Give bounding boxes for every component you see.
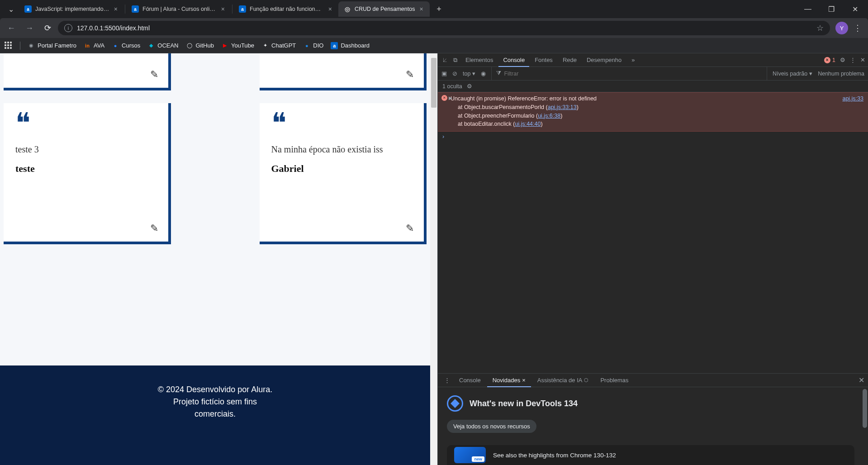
drawer-scrollbar[interactable] [862, 387, 868, 465]
bookmark-label: AVA [94, 42, 104, 49]
filter-input[interactable] [504, 71, 762, 77]
console-filter[interactable]: ⧩ [491, 67, 767, 80]
close-window-icon[interactable]: ✕ [848, 5, 862, 14]
edit-icon[interactable]: ✎ [150, 223, 158, 234]
console-prompt[interactable]: › [438, 132, 868, 142]
close-tab-icon[interactable]: × [327, 5, 333, 13]
inspect-icon[interactable]: ⟀ [441, 57, 450, 63]
profile-avatar[interactable]: Y [835, 22, 848, 34]
bookmark-chatgpt[interactable]: ✦ChatGPT [261, 42, 296, 49]
reload-button[interactable]: ⟳ [40, 20, 55, 36]
tab-3[interactable]: aFunção editar não funciona | Ja× [233, 1, 338, 17]
devtools-tab-sources[interactable]: Fontes [530, 53, 557, 66]
minimize-icon[interactable]: ― [801, 5, 815, 14]
new-tab-button[interactable]: + [432, 2, 446, 16]
devtools-tab-elements[interactable]: Elementos [461, 53, 498, 66]
maximize-icon[interactable]: ❐ [825, 5, 838, 14]
edit-icon[interactable]: ✎ [150, 69, 158, 81]
whatsnew-title: What's new in DevTools 134 [470, 399, 578, 408]
devtools-tab-performance[interactable]: Desempenho [582, 53, 626, 66]
error-count: 1 [832, 57, 835, 63]
drawer-tab-console[interactable]: Console [454, 374, 486, 387]
bookmark-dio[interactable]: ●DIO [303, 42, 323, 49]
site-info-icon[interactable]: i [64, 24, 72, 32]
console-output: × ▶ api.js:33 Uncaught (in promise) Refe… [438, 92, 868, 373]
expand-arrow-icon[interactable]: ▶ [449, 95, 452, 101]
drawer-tab-problems[interactable]: Problemas [595, 374, 634, 387]
tab-2[interactable]: aFórum | Alura - Cursos online d× [126, 1, 231, 17]
console-error-entry[interactable]: × ▶ api.js:33 Uncaught (in promise) Refe… [438, 92, 868, 132]
error-message: Uncaught (in promise) ReferenceError: er… [451, 95, 597, 102]
scroll-thumb[interactable] [431, 58, 436, 108]
close-drawer-tab-icon[interactable]: × [522, 377, 526, 384]
scroll-thumb[interactable] [863, 389, 867, 428]
tab-title: CRUD de Pensamentos [355, 6, 415, 12]
highlight-card[interactable]: new See also the highlights from Chrome … [447, 445, 854, 465]
clear-console-icon[interactable]: ⊘ [452, 70, 457, 77]
tab-title: Fórum | Alura - Cursos online d [142, 6, 217, 12]
apps-icon[interactable] [5, 42, 13, 50]
drawer-menu-icon[interactable]: ⋮ [441, 377, 453, 384]
card-author: Gabriel [271, 163, 413, 175]
console-settings-icon[interactable]: ⚙ [467, 83, 472, 90]
browser-menu-icon[interactable]: ⋮ [851, 23, 864, 33]
context-selector[interactable]: top▾ [463, 70, 475, 77]
devtools-tabs-overflow-icon[interactable]: » [627, 53, 639, 66]
stack-text: at Object.buscarPensamentoPorId ( [458, 104, 548, 110]
bookmark-cursos[interactable]: ●Cursos [112, 42, 140, 49]
drawer-close-icon[interactable]: ✕ [859, 376, 864, 384]
error-badge[interactable]: ×1 [824, 57, 835, 63]
stack-link[interactable]: ui.js:6:38 [538, 113, 560, 119]
thought-card: ❝ teste 2 teste ✎ [260, 53, 427, 90]
edit-icon[interactable]: ✎ [406, 223, 414, 234]
error-source-link[interactable]: api.js:33 [842, 95, 863, 103]
address-bar: ← → ⟳ i 127.0.0.1:5500/index.html ☆ Y ⋮ [0, 18, 868, 38]
stack-link[interactable]: api.js:33:13 [548, 104, 577, 110]
thought-card: ❝ teste teste ✎ [4, 53, 171, 90]
bookmark-portal-fametro[interactable]: ◉Portal Fametro [28, 42, 76, 49]
bookmark-star-icon[interactable]: ☆ [816, 23, 824, 33]
bookmark-github[interactable]: ◯GitHub [186, 42, 214, 49]
back-button[interactable]: ← [4, 20, 19, 36]
console-subbar: 1 oculta ⚙ [438, 81, 868, 92]
favicon: a [239, 5, 246, 13]
devtools-tab-console[interactable]: Console [498, 54, 529, 67]
close-tab-icon[interactable]: × [418, 5, 424, 13]
close-tab-icon[interactable]: × [220, 5, 226, 13]
stack-text: at Object.preencherFormulario ( [458, 113, 538, 119]
edit-icon[interactable]: ✎ [406, 69, 414, 81]
stack-link[interactable]: ui.js:44:40 [515, 121, 541, 127]
log-levels-selector[interactable]: Níveis padrão▾ [773, 70, 812, 77]
page-scrollbar[interactable] [430, 53, 437, 465]
tab-search-dropdown[interactable]: ⌄ [5, 3, 17, 15]
card-content: teste 3 [15, 144, 157, 155]
device-toolbar-icon[interactable]: ⧉ [451, 57, 460, 64]
devtools-close-icon[interactable]: ✕ [860, 57, 865, 63]
bookmark-label: ChatGPT [271, 42, 296, 49]
bookmark-ava[interactable]: inAVA [84, 42, 104, 49]
see-all-chip[interactable]: Veja todos os novos recursos [447, 420, 536, 433]
tab-title: JavaScript: implementando CRU [35, 6, 109, 12]
no-issues-label: Nenhum problema [818, 71, 864, 77]
bookmark-dashboard[interactable]: aDashboard [331, 42, 370, 49]
url-input[interactable]: i 127.0.0.1:5500/index.html ☆ [58, 21, 830, 35]
bookmark-label: DIO [313, 42, 323, 49]
drawer-tab-ai-assist[interactable]: Assistência de IA⬡ [532, 374, 594, 387]
stack-text: at botaoEditar.onclick ( [458, 121, 515, 127]
settings-gear-icon[interactable]: ⚙ [840, 57, 845, 63]
bookmark-label: YouTube [231, 42, 254, 49]
forward-button[interactable]: → [22, 20, 37, 36]
highlight-text: See also the highlights from Chrome 130-… [493, 452, 616, 459]
tab-separator [232, 5, 232, 14]
drawer-tab-whatsnew[interactable]: Novidades× [487, 374, 531, 387]
devtools-menu-icon[interactable]: ⋮ [850, 57, 856, 63]
bookmark-ocean[interactable]: ◆OCEAN [147, 42, 178, 49]
live-expression-icon[interactable]: ◉ [481, 70, 486, 77]
tab-1[interactable]: aJavaScript: implementando CRU× [19, 1, 124, 17]
close-tab-icon[interactable]: × [113, 5, 119, 13]
browser-titlebar: ⌄ aJavaScript: implementando CRU× aFórum… [0, 0, 868, 18]
bookmark-youtube[interactable]: ▶YouTube [221, 42, 254, 49]
sidebar-toggle-icon[interactable]: ▣ [441, 70, 447, 77]
devtools-tab-network[interactable]: Rede [558, 53, 581, 66]
tab-4[interactable]: ◎CRUD de Pensamentos× [338, 1, 430, 17]
